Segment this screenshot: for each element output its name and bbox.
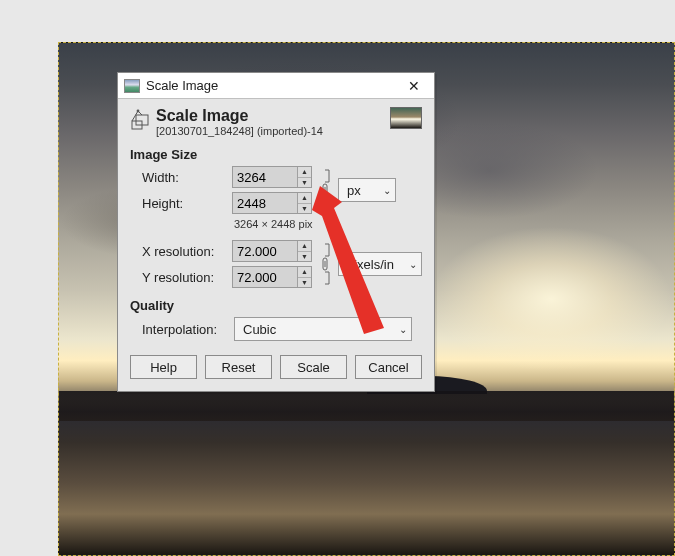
height-spinbox[interactable]: ▲ ▼ [232,192,312,214]
dialog-body: Scale Image [20130701_184248] (imported)… [118,99,434,391]
size-unit-value: px [347,183,361,198]
res-unit-value: pixels/in [347,257,394,272]
size-link-toggle[interactable] [316,166,334,214]
height-label: Height: [142,196,228,211]
xres-label: X resolution: [142,244,228,259]
size-grid: Width: ▲ ▼ [142,166,422,230]
interpolation-select[interactable]: Cubic ⌄ [234,317,412,341]
photo-horizon [59,391,674,421]
yres-spin-up[interactable]: ▲ [298,267,311,278]
yres-label: Y resolution: [142,270,228,285]
chevron-down-icon: ⌄ [399,324,407,335]
size-unit-select[interactable]: px ⌄ [338,178,396,202]
xres-spin-up[interactable]: ▲ [298,241,311,252]
chevron-down-icon: ⌄ [383,185,391,196]
width-spinbox[interactable]: ▲ ▼ [232,166,312,188]
yres-spin-down[interactable]: ▼ [298,278,311,288]
interpolation-label: Interpolation: [142,322,228,337]
xres-spinbox[interactable]: ▲ ▼ [232,240,312,262]
xres-spin-down[interactable]: ▼ [298,252,311,262]
dialog-header-subtitle: [20130701_184248] (imported)-14 [156,125,390,137]
close-icon: ✕ [408,78,420,94]
yres-spinbox[interactable]: ▲ ▼ [232,266,312,288]
width-spin-down[interactable]: ▼ [298,178,311,188]
scale-button[interactable]: Scale [280,355,347,379]
current-dimensions-text: 3264 × 2448 pix [232,218,422,230]
close-button[interactable]: ✕ [398,75,430,97]
svg-point-2 [137,110,140,113]
width-label: Width: [142,170,228,185]
width-spin-up[interactable]: ▲ [298,167,311,178]
chain-link-icon [319,168,331,212]
width-input[interactable] [233,167,297,187]
help-button[interactable]: Help [130,355,197,379]
reset-button[interactable]: Reset [205,355,272,379]
scale-tool-icon [130,109,150,131]
height-spin-down[interactable]: ▼ [298,204,311,214]
app-icon [124,79,140,93]
xres-input[interactable] [233,241,297,261]
dialog-header-title: Scale Image [156,107,390,125]
height-input[interactable] [233,193,297,213]
resolution-grid: X resolution: ▲ ▼ [142,240,422,288]
image-thumbnail [390,107,422,129]
res-unit-select[interactable]: pixels/in ⌄ [338,252,422,276]
quality-section-label: Quality [130,298,422,313]
height-spin-up[interactable]: ▲ [298,193,311,204]
dialog-titlebar[interactable]: Scale Image ✕ [118,73,434,99]
cancel-button[interactable]: Cancel [355,355,422,379]
chevron-down-icon: ⌄ [409,259,417,270]
interpolation-value: Cubic [243,322,276,337]
image-size-section-label: Image Size [130,147,422,162]
titlebar-text: Scale Image [146,78,398,93]
scale-image-dialog: Scale Image ✕ Scale Image [20130701_1842… [117,72,435,392]
res-link-toggle[interactable] [316,240,334,288]
dialog-button-row: Help Reset Scale Cancel [130,355,422,379]
yres-input[interactable] [233,267,297,287]
chain-link-icon [319,242,331,286]
